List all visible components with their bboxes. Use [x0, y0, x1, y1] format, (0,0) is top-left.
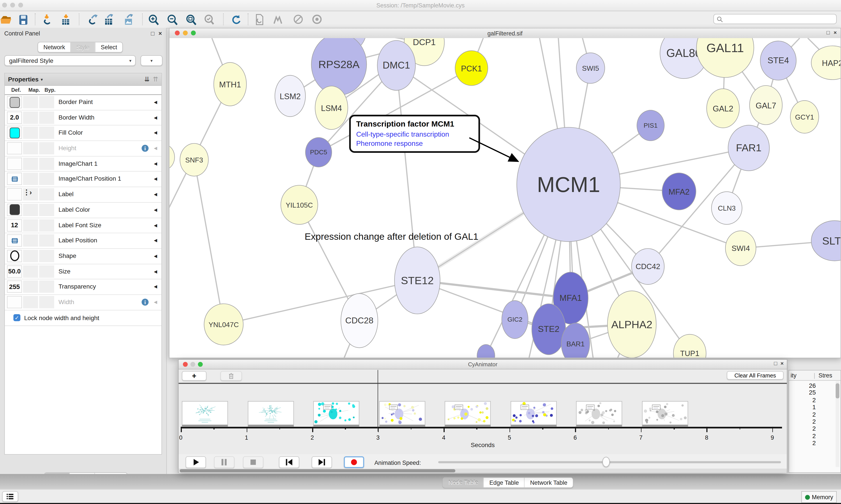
network-file-icon[interactable] [253, 13, 265, 25]
bypass-cell[interactable] [39, 219, 54, 231]
mapping-cell[interactable] [23, 158, 38, 170]
mapping-cell[interactable] [23, 250, 38, 262]
zoom-selected-icon[interactable] [203, 13, 215, 25]
mapping-cell[interactable] [23, 96, 38, 108]
search-input[interactable] [713, 14, 837, 24]
network-node-gic2[interactable]: GIC2 [502, 300, 528, 339]
bypass-cell[interactable] [39, 127, 54, 139]
default-value-cell[interactable]: 50.0 [7, 265, 22, 277]
close-window-icon[interactable]: × [834, 30, 837, 35]
record-button[interactable] [344, 456, 364, 468]
default-value-cell[interactable]: 12 [7, 219, 22, 231]
bypass-cell[interactable] [39, 158, 54, 170]
zoom-fit-icon[interactable] [185, 13, 197, 25]
network-node-lsm2[interactable]: LSM2 [275, 75, 306, 117]
default-value-cell[interactable] [7, 188, 22, 201]
network-node-cln3[interactable]: CLN3 [711, 191, 742, 224]
network-node-dmc1[interactable]: DMC1 [377, 40, 416, 91]
skip-end-button[interactable] [312, 456, 332, 468]
default-value-cell[interactable] [7, 127, 22, 139]
column-header[interactable]: Stres [819, 372, 832, 379]
expand-arrow-icon[interactable]: ◀ [154, 300, 157, 305]
default-value-cell[interactable] [7, 142, 22, 154]
import-network-icon[interactable] [41, 13, 53, 25]
network-node-ste4[interactable]: STE4 [760, 41, 797, 80]
default-value-cell[interactable]: 2.0 [7, 111, 22, 124]
bypass-cell[interactable] [39, 111, 54, 124]
minimize-icon[interactable] [190, 362, 195, 367]
network-node-gal2[interactable]: GAL2 [706, 88, 739, 128]
skip-start-button[interactable] [279, 456, 299, 468]
network-node-cdc42[interactable]: CDC42 [631, 248, 664, 285]
bypass-cell[interactable] [39, 265, 54, 277]
tab-style[interactable]: Style [71, 42, 95, 52]
close-window-icon[interactable] [2, 3, 7, 7]
bypass-cell[interactable] [39, 96, 54, 108]
expand-arrow-icon[interactable]: ◀ [154, 177, 157, 181]
mapping-cell[interactable] [23, 296, 38, 308]
network-node-yil105c[interactable]: YIL105C [281, 185, 318, 224]
network-node-cdc28[interactable]: CDC28 [341, 293, 378, 348]
annotation-box[interactable]: Transcription factor MCM1 Cell-type-spec… [349, 115, 480, 153]
mapping-cell[interactable] [23, 219, 38, 231]
export-network-icon[interactable] [87, 13, 99, 25]
default-value-cell[interactable]: 255 [7, 281, 22, 293]
show-panels-button[interactable] [2, 491, 18, 502]
expand-all-icon[interactable]: ⇊ [144, 75, 149, 83]
column-header[interactable]: ity [791, 372, 797, 379]
style-options-button[interactable]: ▾ [141, 55, 162, 66]
table-tab-edge-table[interactable]: Edge Table [484, 478, 524, 487]
expand-arrow-icon[interactable]: ◀ [154, 130, 157, 135]
zoom-icon[interactable] [191, 31, 196, 35]
network-node-lsm4[interactable]: LSM4 [315, 86, 348, 130]
mapping-cell[interactable] [23, 111, 38, 124]
network-node-gal7[interactable]: GAL7 [749, 85, 783, 125]
network-node-mfa2[interactable]: MFA2 [662, 173, 696, 210]
bypass-cell[interactable] [39, 250, 54, 262]
frame-thumbnail-6[interactable] [576, 401, 622, 427]
network-node-snf3[interactable]: SNF3 [180, 143, 209, 177]
network-window-titlebar[interactable]: galFiltered.sif □ × [169, 29, 841, 39]
close-icon[interactable] [183, 362, 188, 367]
info-icon[interactable]: i [142, 299, 149, 306]
close-window-icon[interactable]: × [781, 360, 784, 366]
stop-button[interactable] [243, 456, 263, 468]
minimize-icon[interactable] [183, 31, 188, 35]
network-node-pck1[interactable]: PCK1 [455, 50, 488, 86]
bypass-cell[interactable] [39, 204, 54, 216]
expand-arrow-icon[interactable]: ◀ [154, 284, 157, 289]
hide-icon[interactable] [292, 13, 304, 25]
bypass-cell[interactable] [39, 234, 54, 247]
pause-button[interactable] [214, 456, 234, 468]
network-node-ste12[interactable]: STE12 [394, 247, 441, 314]
mapping-cell[interactable] [23, 234, 38, 247]
chevron-down-icon[interactable]: ▾ [41, 77, 43, 82]
default-value-cell[interactable] [7, 173, 22, 185]
network-node-swi4[interactable]: SWI4 [725, 231, 756, 266]
float-window-icon[interactable]: □ [774, 360, 777, 366]
minimize-window-icon[interactable] [10, 3, 15, 7]
timeline-playhead[interactable] [377, 370, 378, 432]
play-button[interactable] [185, 456, 206, 468]
network-node-gcy1[interactable]: GCY1 [790, 100, 819, 133]
frame-thumbnail-3[interactable] [379, 401, 425, 427]
eye-icon[interactable] [311, 13, 323, 25]
frame-thumbnail-7[interactable] [642, 401, 688, 427]
bypass-cell[interactable] [39, 296, 54, 308]
cyanimator-hscrollbar[interactable] [179, 469, 787, 473]
expand-arrow-icon[interactable]: ◀ [154, 115, 157, 120]
bypass-cell[interactable] [39, 173, 54, 185]
zoom-icon[interactable] [198, 362, 203, 367]
bypass-cell[interactable] [39, 142, 54, 154]
mapping-cell[interactable] [23, 265, 38, 277]
default-value-cell[interactable] [7, 250, 22, 262]
expand-arrow-icon[interactable]: ◀ [154, 207, 157, 212]
expand-arrow-icon[interactable]: ◀ [154, 238, 157, 243]
mapping-cell[interactable]: ⋮› [23, 188, 38, 201]
zoom-out-icon[interactable] [166, 13, 178, 25]
tab-network[interactable]: Network [38, 42, 71, 52]
lock-checkbox[interactable]: ✓ [13, 314, 20, 321]
add-frame-button[interactable]: + [182, 371, 207, 381]
style-selector[interactable]: galFiltered Style▾ [4, 55, 136, 66]
frame-thumbnail-0[interactable] [182, 401, 228, 427]
